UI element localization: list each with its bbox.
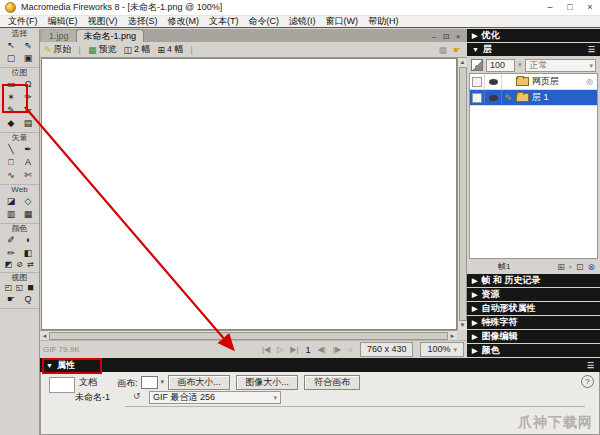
maximize-button[interactable]: □ <box>560 1 580 14</box>
zoom-level-dropdown[interactable]: 100% ▾ <box>420 342 464 357</box>
frames-preview-icon[interactable]: ▦ <box>438 45 447 55</box>
panel-menu-icon[interactable]: ☰ <box>588 45 595 54</box>
show-slices-tool-icon[interactable]: ▦ <box>20 208 37 221</box>
crop-tool-icon[interactable]: ▣ <box>20 52 37 65</box>
paint-bucket-tool-icon[interactable]: ◗ <box>20 234 37 247</box>
menu-file[interactable]: 文件(F) <box>3 15 43 28</box>
close-button[interactable]: × <box>580 1 600 14</box>
pointer-tool-icon[interactable]: ↖ <box>3 39 20 52</box>
eyedropper-tool-icon[interactable]: ✐ <box>3 234 20 247</box>
swap-colors-icon[interactable]: ⇄ <box>25 260 36 270</box>
pen-tool-icon[interactable]: ✒ <box>20 143 37 156</box>
menu-edit[interactable]: 编辑(E) <box>43 15 83 28</box>
panel-menu-icon[interactable]: ☰ <box>587 361 594 370</box>
hide-slices-tool-icon[interactable]: ▥ <box>3 208 20 221</box>
menu-filters[interactable]: 滤镜(I) <box>284 15 321 28</box>
polygon-slice-tool-icon[interactable]: ◇ <box>20 195 37 208</box>
horizontal-scrollbar[interactable]: ◄ ► <box>40 330 457 340</box>
assets-panel-header[interactable]: ▶ 资源 <box>467 288 600 301</box>
delete-layer-icon[interactable]: ⊗ <box>587 262 595 272</box>
layers-panel-header[interactable]: ▼ 层 ☰ <box>467 43 600 56</box>
layer-visibility-toggle[interactable] <box>470 90 485 105</box>
menu-view[interactable]: 视图(V) <box>83 15 123 28</box>
last-frame-button[interactable]: ▶| <box>290 345 298 354</box>
stop-button[interactable]: ○ <box>348 345 353 354</box>
help-icon[interactable]: ? <box>581 375 594 388</box>
hand-tool-icon[interactable]: ☛ <box>3 293 20 306</box>
menu-help[interactable]: 帮助(H) <box>363 15 404 28</box>
new-bitmap-icon[interactable]: ⊞ <box>557 262 565 272</box>
preview-view-button[interactable]: ▦ 预览 <box>88 43 117 56</box>
image-editing-panel-header[interactable]: ▶ 图像编辑 <box>467 330 600 343</box>
canvas-color-swatch[interactable] <box>141 376 158 389</box>
colors-panel-header[interactable]: ▶ 颜色 <box>467 344 600 357</box>
vertical-scroll-thumb[interactable] <box>459 67 467 321</box>
layer-row-layer1[interactable]: ✎ 层 1 <box>470 90 597 106</box>
opacity-slider-icon[interactable]: ▾ <box>518 61 522 69</box>
scroll-left-icon[interactable]: ◄ <box>40 333 49 339</box>
no-stroke-fill-icon[interactable]: ⊘ <box>14 260 25 270</box>
knife-tool-icon[interactable]: ✄ <box>20 169 37 182</box>
layer-row-web-layer[interactable]: 网页层 ◎ <box>470 74 597 90</box>
document-tab-untitled[interactable]: 未命名-1.png <box>76 29 145 42</box>
subselection-tool-icon[interactable]: ⇖ <box>20 39 37 52</box>
two-up-view-button[interactable]: ◫ 2 幅 <box>123 43 150 56</box>
frames-history-panel-header[interactable]: ▶ 帧 和 历史记录 <box>467 274 600 287</box>
fullscreen-menus-mode-icon[interactable]: ◱ <box>14 283 25 293</box>
rubber-stamp-tool-icon[interactable]: ▤ <box>20 117 37 130</box>
previous-frame-button[interactable]: ◀| <box>318 345 326 354</box>
standard-screen-mode-icon[interactable]: ◰ <box>3 283 14 293</box>
image-size-button[interactable]: 图像大小... <box>236 375 298 390</box>
doc-restore-button[interactable]: ⊡ <box>440 32 452 41</box>
magic-wand-tool-icon[interactable]: ✶ <box>3 91 20 104</box>
canvas[interactable] <box>41 58 457 330</box>
slice-tool-icon[interactable]: ◪ <box>3 195 20 208</box>
menu-window[interactable]: 窗口(W) <box>321 15 364 28</box>
vertical-scrollbar[interactable]: ▲ ▼ <box>457 58 467 330</box>
fullscreen-mode-icon[interactable]: ◼ <box>25 283 36 293</box>
blend-mode-dropdown[interactable]: 正常 ▾ <box>525 59 596 72</box>
doc-minimize-button[interactable]: – <box>428 32 440 41</box>
menu-commands[interactable]: 命令(C) <box>244 15 285 28</box>
rotate-canvas-icon[interactable]: ↺ <box>133 391 141 401</box>
layer-name[interactable]: 层 1 <box>532 91 549 104</box>
eraser-tool-icon[interactable]: ▱ <box>20 104 37 117</box>
lasso-tool-icon[interactable]: Ω <box>20 78 37 91</box>
blur-tool-icon[interactable]: ◆ <box>3 117 20 130</box>
line-tool-icon[interactable]: ╲ <box>3 143 20 156</box>
zoom-tool-icon[interactable]: Q <box>20 293 37 306</box>
properties-panel-header[interactable]: ▼ 属性 ☰ <box>40 358 600 372</box>
doc-close-button[interactable]: × <box>452 32 464 41</box>
pencil-tool-icon[interactable]: ✎ <box>3 104 20 117</box>
layer-visibility-toggle[interactable] <box>470 74 485 89</box>
scroll-up-icon[interactable]: ▲ <box>460 58 466 67</box>
default-colors-icon[interactable]: ◩ <box>3 260 14 270</box>
menu-select[interactable]: 选择(S) <box>123 15 163 28</box>
new-sublayer-icon[interactable]: ▫ <box>569 262 572 272</box>
new-layer-icon[interactable]: ⊡ <box>576 262 584 272</box>
special-chars-panel-header[interactable]: ▶ 特殊字符 <box>467 316 600 329</box>
four-up-view-button[interactable]: ⊞ 4 幅 <box>157 43 183 56</box>
quick-export-icon[interactable]: ☛ <box>453 45 461 55</box>
marquee-tool-icon[interactable]: ▭ <box>3 78 20 91</box>
opacity-input[interactable]: 100 <box>486 59 515 72</box>
fill-color-well-icon[interactable]: ◧ <box>20 247 37 260</box>
next-frame-button[interactable]: |▶ <box>333 345 341 354</box>
document-tab-1jpg[interactable]: 1.jpg <box>42 30 76 42</box>
canvas-size-button[interactable]: 画布大小... <box>168 375 230 390</box>
scroll-down-icon[interactable]: ▼ <box>460 321 466 330</box>
export-settings-dropdown[interactable]: GIF 最合适 256 ▾ <box>149 391 281 404</box>
stroke-color-well-icon[interactable]: ✏ <box>3 247 20 260</box>
text-tool-icon[interactable]: A <box>20 156 37 169</box>
menu-modify[interactable]: 修改(M) <box>163 15 205 28</box>
brush-tool-icon[interactable]: ✑ <box>20 91 37 104</box>
scroll-right-icon[interactable]: ► <box>448 333 457 339</box>
rectangle-tool-icon[interactable]: □ <box>3 156 20 169</box>
minimize-button[interactable]: – <box>540 1 560 14</box>
layer-name[interactable]: 网页层 <box>532 75 559 88</box>
freeform-tool-icon[interactable]: ∿ <box>3 169 20 182</box>
original-view-button[interactable]: ✎ 原始 <box>44 43 72 56</box>
autoshape-panel-header[interactable]: ▶ 自动形状属性 <box>467 302 600 315</box>
export-area-tool-icon[interactable]: ▢ <box>3 52 20 65</box>
first-frame-button[interactable]: |◀ <box>262 345 270 354</box>
